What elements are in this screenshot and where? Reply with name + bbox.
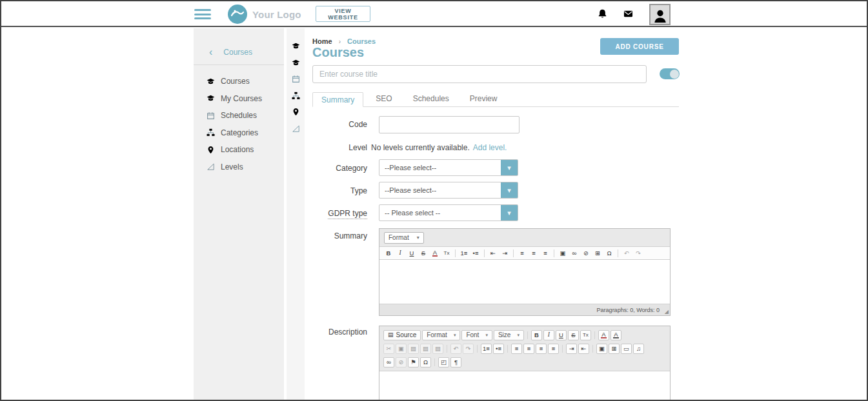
audio-button[interactable]: ♫ <box>633 344 644 354</box>
align-center-button[interactable]: ≡ <box>529 248 539 259</box>
course-title-input[interactable] <box>312 65 647 83</box>
graduation-cap-icon[interactable] <box>292 59 300 67</box>
messages-inbox-icon[interactable] <box>622 9 634 19</box>
align-justify-button[interactable]: ≡ <box>548 344 559 354</box>
toolbar-separator <box>477 345 478 353</box>
levels-icon[interactable] <box>292 124 300 133</box>
align-left-button[interactable]: ≡ <box>511 344 522 354</box>
calendar-icon[interactable] <box>292 75 300 83</box>
type-select[interactable]: --Please select-- ▾ <box>379 182 518 199</box>
level-empty-text: No levels currently available. <box>371 143 470 152</box>
add-course-button[interactable]: ADD COURSE <box>600 38 679 55</box>
tab-schedules[interactable]: Schedules <box>405 92 458 106</box>
strikethrough-button[interactable]: S <box>418 248 429 259</box>
outdent-button[interactable]: ⇤ <box>578 344 589 354</box>
image-button[interactable]: ▣ <box>596 344 607 354</box>
italic-button[interactable]: I <box>543 330 554 340</box>
summary-editor-content[interactable] <box>379 260 670 304</box>
table-button[interactable]: ⊞ <box>609 344 620 354</box>
sidebar-item-locations[interactable]: Locations <box>194 141 284 159</box>
graduation-cap-icon[interactable] <box>292 42 300 50</box>
tab-seo[interactable]: SEO <box>367 92 400 106</box>
source-button[interactable]: ▤Source <box>383 330 421 340</box>
media-button[interactable]: ▭ <box>621 344 632 354</box>
sidebar-item-label: My Courses <box>221 94 262 103</box>
text-color-button[interactable]: A <box>598 330 609 340</box>
cut-button[interactable]: ✂ <box>383 344 394 354</box>
sidebar-item-courses[interactable]: Courses <box>194 73 284 90</box>
description-editor-content[interactable] <box>379 371 670 400</box>
table-button[interactable]: ⊞ <box>592 248 603 259</box>
tab-summary[interactable]: Summary <box>312 92 363 107</box>
bold-button[interactable]: B <box>383 248 394 259</box>
numbered-list-button[interactable]: 1≡ <box>481 344 492 354</box>
image-button[interactable]: ▣ <box>558 248 568 259</box>
remove-format-button[interactable]: Tx <box>580 330 591 340</box>
tab-preview[interactable]: Preview <box>461 92 506 106</box>
sidebar: ‹ Courses Courses My Courses Schedules C… <box>194 28 284 401</box>
user-avatar[interactable] <box>649 4 671 25</box>
publish-toggle[interactable] <box>660 68 680 79</box>
maximize-button[interactable]: ◰ <box>438 357 449 367</box>
notifications-bell-icon[interactable] <box>597 8 608 20</box>
category-select[interactable]: --Please select-- ▾ <box>379 159 518 176</box>
underline-button[interactable]: U <box>556 330 567 340</box>
text-color-button[interactable]: A <box>430 248 440 259</box>
bulleted-list-button[interactable]: •≡ <box>470 248 481 259</box>
gdpr-type-select[interactable]: -- Please select -- ▾ <box>379 204 518 221</box>
code-input[interactable] <box>379 116 520 133</box>
sidebar-back-header[interactable]: ‹ Courses <box>194 39 284 65</box>
sidebar-item-my-courses[interactable]: My Courses <box>194 90 284 108</box>
strikethrough-button[interactable]: S <box>568 330 579 340</box>
paste-plain-text-button[interactable]: ▤ <box>420 344 431 354</box>
outdent-button[interactable]: ⇤ <box>488 248 498 259</box>
sidebar-item-categories[interactable]: Categories <box>194 124 284 142</box>
background-color-button[interactable]: A <box>611 330 621 340</box>
hamburger-menu-icon[interactable] <box>194 9 211 20</box>
anchor-button[interactable]: ⚑ <box>408 357 419 367</box>
special-character-button[interactable]: Ω <box>604 248 614 259</box>
paste-button[interactable]: ▤ <box>408 344 419 354</box>
underline-button[interactable]: U <box>407 248 417 259</box>
add-level-link[interactable]: Add level. <box>473 143 507 152</box>
align-center-button[interactable]: ≡ <box>523 344 534 354</box>
undo-button[interactable]: ↶ <box>621 248 632 259</box>
person-icon <box>652 8 668 24</box>
bold-button[interactable]: B <box>531 330 542 340</box>
bulleted-list-button[interactable]: •≡ <box>493 344 504 354</box>
align-left-button[interactable]: ≡ <box>517 248 527 259</box>
redo-button[interactable]: ↷ <box>463 344 474 354</box>
breadcrumb-current[interactable]: Courses <box>347 37 376 45</box>
paste-from-word-button[interactable]: ▤ <box>432 344 443 354</box>
link-button[interactable]: ∞ <box>383 357 394 367</box>
levels-icon <box>207 162 215 171</box>
numbered-list-button[interactable]: 1≡ <box>459 248 469 259</box>
italic-button[interactable]: I <box>395 248 405 259</box>
undo-button[interactable]: ↶ <box>450 344 461 354</box>
chevron-down-icon: ▾ <box>501 160 518 175</box>
unlink-button[interactable]: ⊘ <box>581 248 591 259</box>
show-blocks-button[interactable]: ¶ <box>450 357 461 367</box>
sidebar-item-schedules[interactable]: Schedules <box>194 107 284 124</box>
remove-format-button[interactable]: Tx <box>441 248 452 259</box>
sidebar-item-levels[interactable]: Levels <box>194 159 284 176</box>
font-dropdown-button[interactable]: Font <box>461 330 492 340</box>
format-dropdown[interactable]: Format ▾ <box>384 232 424 244</box>
unlink-button[interactable]: ⊘ <box>396 357 407 367</box>
copy-button[interactable]: ▣ <box>396 344 407 354</box>
redo-button[interactable]: ↷ <box>633 248 643 259</box>
resize-grip-icon[interactable]: ◢ <box>665 309 669 315</box>
align-right-button[interactable]: ≡ <box>540 248 550 259</box>
align-right-button[interactable]: ≡ <box>536 344 547 354</box>
sitemap-icon[interactable] <box>292 92 300 100</box>
indent-button[interactable]: ⇥ <box>566 344 577 354</box>
link-button[interactable]: ∞ <box>569 248 580 259</box>
format-dropdown-button[interactable]: Format <box>422 330 460 340</box>
size-dropdown-button[interactable]: Size <box>494 330 524 340</box>
location-pin-icon[interactable] <box>292 108 300 116</box>
breadcrumb-home[interactable]: Home <box>312 37 332 45</box>
level-label: Level <box>305 143 367 153</box>
special-character-button[interactable]: Ω <box>420 357 431 367</box>
indent-button[interactable]: ⇥ <box>500 248 510 259</box>
view-website-button[interactable]: VIEW WEBSITE <box>316 6 370 22</box>
